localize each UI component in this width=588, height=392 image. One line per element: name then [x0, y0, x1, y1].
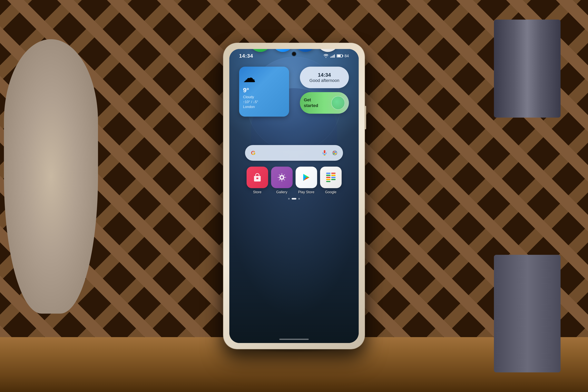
gallery-wrapper: Gallery [271, 166, 293, 194]
google-app-icon[interactable] [320, 166, 342, 188]
phone: 14:34 [224, 43, 364, 349]
home-indicator[interactable] [279, 339, 309, 340]
widget-time: 14:34 [318, 72, 331, 78]
status-icons: 84 [324, 54, 349, 58]
phone-body: 14:34 [224, 43, 364, 349]
play-store-wrapper: Play Store [296, 166, 317, 194]
status-time: 14:34 [239, 53, 253, 59]
google-app-label: Google [325, 190, 336, 194]
app-icons-row: Store Gallery [245, 166, 343, 194]
get-started-toggle[interactable] [331, 96, 345, 110]
weather-widget[interactable]: ☁ 9° Cloudy ↑10° / ↓5° London [239, 67, 289, 116]
store-app-label: Store [253, 190, 262, 194]
svg-rect-0 [324, 150, 325, 153]
time-widget[interactable]: 14:34 Good afternoon [300, 67, 349, 88]
page-dot-1 [288, 198, 290, 200]
svg-point-10 [281, 176, 283, 178]
weather-temperature: 9° [243, 87, 285, 94]
svg-point-7 [335, 153, 336, 154]
svg-point-3 [332, 151, 337, 155]
status-bar: 14:34 [229, 49, 359, 63]
google-grid-icon [326, 173, 336, 182]
widget-greeting: Good afternoon [310, 78, 340, 83]
phone-screen: 14:34 [229, 49, 359, 343]
signal-icon [330, 54, 335, 58]
gallery-app-icon[interactable] [271, 166, 293, 188]
right-weights [494, 20, 568, 372]
weather-cloud-icon: ☁ [243, 70, 285, 85]
weight-top [494, 20, 560, 118]
front-camera [292, 52, 296, 56]
page-dot-3 [298, 198, 300, 200]
svg-rect-8 [256, 178, 258, 179]
svg-point-5 [335, 151, 336, 153]
play-store-app-label: Play Store [298, 190, 314, 194]
weather-description: Cloudy ↑10° / ↓5° London [243, 95, 285, 110]
search-mic-icon[interactable] [321, 149, 328, 156]
store-app-icon[interactable] [246, 166, 268, 188]
search-bar[interactable]: G [245, 145, 343, 161]
page-dots [288, 198, 300, 200]
left-sculpture [4, 39, 98, 314]
side-button[interactable] [364, 106, 366, 129]
google-wrapper: Google [320, 166, 342, 194]
svg-point-6 [333, 153, 335, 154]
battery-level: 84 [344, 54, 349, 58]
svg-point-4 [333, 151, 335, 153]
battery-icon [337, 54, 342, 58]
gallery-app-label: Gallery [276, 190, 287, 194]
get-started-widget[interactable]: Getstarted [300, 92, 349, 114]
app-store-wrapper: Store [246, 166, 268, 194]
search-lens-icon[interactable] [331, 149, 338, 156]
page-dot-2 [292, 198, 296, 200]
google-logo: G [250, 149, 257, 156]
get-started-label: Getstarted [304, 97, 318, 108]
play-store-app-icon[interactable] [296, 166, 317, 188]
wifi-icon [324, 54, 328, 58]
weight-bottom [494, 255, 560, 372]
